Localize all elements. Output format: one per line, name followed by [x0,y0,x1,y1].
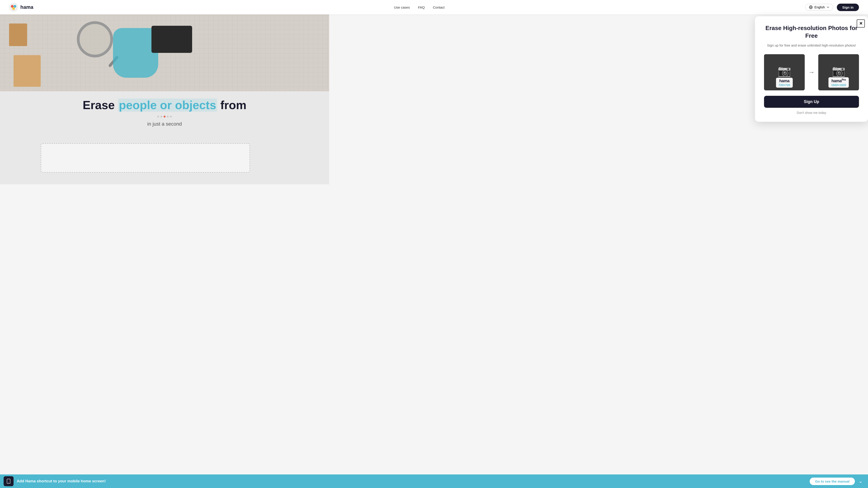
hero-title: Erase people or objects from [4,98,324,112]
dot-5 [170,116,172,118]
navbar: hama Use cases FAQ Contact English Sign … [0,0,329,14]
hero-title-prefix: Erase [83,98,118,111]
hama-logo-icon [9,3,18,12]
hero-image [0,14,329,91]
logo[interactable]: hama [9,3,33,12]
svg-point-1 [11,5,13,8]
hero-magnifier [77,21,113,57]
hero-subtitle: in just a second [4,121,324,127]
hero-title-suffix: from [217,98,246,111]
hero-text-area: Erase people or objects from in just a s… [0,94,329,131]
hero-section: Erase people or objects from in just a s… [0,14,329,184]
upload-area[interactable] [41,143,250,173]
dot-3 [164,116,165,118]
hero-object-box2 [13,55,41,87]
hero-dots [4,116,324,118]
dot-2 [160,116,162,118]
hero-dark-object [151,26,192,53]
dot-4 [167,116,168,118]
logo-text: hama [20,4,33,10]
svg-point-3 [12,7,15,10]
dot-1 [157,116,159,118]
hero-title-highlight: people or objects [118,98,217,111]
hero-object-box1 [9,24,27,46]
svg-point-2 [13,5,16,8]
